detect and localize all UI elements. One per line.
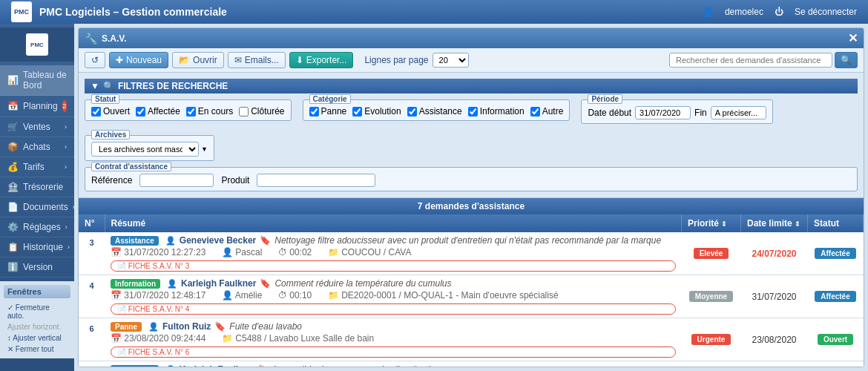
new-button[interactable]: ✚ Nouveau — [109, 52, 168, 68]
table-header-row: N° Résumé Priorité ⇕ Date limite — [79, 214, 864, 232]
close-button[interactable]: ✕ — [848, 31, 858, 45]
ticket-line1: Assistance 👤 Karleigh Faulkner 🔖 Impossi… — [111, 364, 676, 367]
sort-date-icon: ⇕ — [795, 220, 800, 228]
search-button[interactable]: 🔍 — [835, 52, 858, 68]
sav-header: 🔧 S.A.V. ✕ — [79, 28, 864, 48]
sidebar-item-planning[interactable]: 📅 Planning 2 — [0, 96, 74, 117]
sidebar-item-achats[interactable]: 📦 Achats › — [0, 137, 74, 157]
date-debut-input[interactable] — [635, 106, 691, 119]
cat-assistance[interactable]: Assistance — [407, 106, 462, 116]
cat-panne[interactable]: Panne — [309, 106, 347, 116]
filter-categorie-label: Catégorie — [309, 94, 351, 104]
emails-button[interactable]: ✉ Emails... — [228, 52, 286, 68]
results-header: 7 demandes d'assistance — [79, 198, 864, 214]
export-button[interactable]: ⬇ Exporter... — [289, 52, 354, 68]
ticket-description: Nettoyage filtre adoucisseur avec un pro… — [274, 235, 661, 246]
sidebar-item-tableau-de-bord[interactable]: 📊 Tableau de Bord — [0, 65, 74, 96]
col-date-limite[interactable]: Date limite ⇕ — [741, 214, 808, 232]
lines-select[interactable]: 20 50 100 — [433, 53, 469, 68]
filter-statut: Statut Ouvert Affectée En cours Clôturée — [85, 99, 292, 121]
sidebar-item-tarifs[interactable]: 💰 Tarifs › — [0, 157, 74, 177]
ticket-description: Comment réduire la température du cumulu… — [274, 278, 451, 289]
windows-panel-title: Fenêtres — [4, 285, 70, 298]
filter-section: ▼ 🔍 FILTRES DE RECHERCHE Statut Ouvert A… — [79, 73, 864, 198]
table-row[interactable]: 3 Assistance 👤 Genevieve Becker 🔖 Nettoy… — [79, 232, 864, 275]
sidebar-item-documents[interactable]: 📄 Documents › — [0, 197, 74, 217]
table-row[interactable]: 5 Assistance 👤 Karleigh Faulkner 🔖 Impos… — [79, 361, 864, 367]
filter-archives: Archives Les archives sont masquées Affi… — [85, 135, 214, 161]
sav-title-area: 🔧 S.A.V. — [85, 33, 127, 45]
results-table: N° Résumé Priorité ⇕ Date limite — [79, 214, 864, 367]
ticket-info: Assistance 👤 Genevieve Becker 🔖 Nettoyag… — [111, 235, 676, 272]
search-icon: 🔍 — [841, 55, 852, 65]
cell-num: 6 — [79, 318, 105, 361]
col-num[interactable]: N° — [79, 214, 105, 232]
ticket-date: 📅 31/07/2020 12:48:17 — [111, 290, 206, 301]
statut-encours[interactable]: En cours — [186, 106, 233, 116]
historique-icon: 📋 — [7, 242, 19, 252]
planning-icon: 📅 — [7, 101, 19, 111]
planning-badge: 2 — [62, 100, 67, 112]
folder-icon: 📂 — [179, 55, 190, 65]
date-limit: 24/07/2020 — [752, 249, 796, 259]
person-icon: 👤 — [167, 279, 177, 289]
search-input[interactable] — [669, 53, 832, 68]
cell-priority: Moyenne — [682, 275, 741, 318]
sidebar-item-tresorerie[interactable]: 🏦 Trésorerie — [0, 177, 74, 197]
logout-label[interactable]: Se déconnecter — [795, 7, 857, 17]
filter-icon: 🔍 — [103, 81, 114, 91]
archives-dropdown[interactable]: Les archives sont masquées Afficher tout… — [91, 142, 199, 157]
description-sep-icon: 🔖 — [214, 321, 226, 332]
table-row[interactable]: 4 Information 👤 Karleigh Faulkner 🔖 Comm… — [79, 275, 864, 318]
filter-periode: Période Date début Fin — [581, 99, 772, 124]
table-container[interactable]: N° Résumé Priorité ⇕ Date limite — [79, 214, 864, 367]
logo-img: PMC — [26, 33, 48, 56]
windows-item-close-all[interactable]: ✕ Fermer tout — [4, 344, 70, 355]
cat-information[interactable]: Information — [468, 106, 525, 116]
produit-input[interactable] — [257, 174, 375, 187]
sidebar-item-historique[interactable]: 📋 Historique › — [0, 237, 74, 257]
windows-item-adjust-horiz[interactable]: Ajuster horizont. — [4, 321, 70, 332]
statut-ouvert[interactable]: Ouvert — [91, 106, 130, 116]
fiche-link[interactable]: 📄 FICHE S.A.V. N° 6 — [111, 347, 676, 358]
refresh-button[interactable]: ↺ — [85, 52, 105, 68]
date-fin-input[interactable] — [711, 106, 766, 119]
cat-autre[interactable]: Autre — [530, 106, 564, 116]
ticket-description: Impossible de programmer la climatisatio… — [273, 364, 440, 367]
fiche-link[interactable]: 📄 FICHE S.A.V. N° 4 — [111, 303, 676, 315]
username: demoelec — [725, 7, 763, 17]
cell-num: 5 — [79, 361, 105, 367]
date-limit: 23/08/2020 — [752, 335, 796, 345]
filter-archives-label: Archives — [91, 130, 130, 139]
open-button[interactable]: 📂 Ouvrir — [172, 52, 224, 68]
person-icon: 👤 — [165, 236, 176, 246]
filter-header[interactable]: ▼ 🔍 FILTRES DE RECHERCHE — [85, 79, 858, 93]
ticket-info: Panne 👤 Fulton Ruiz 🔖 Fuite d'eau lavabo… — [111, 321, 676, 358]
col-priorite[interactable]: Priorité ⇕ — [682, 214, 741, 232]
sidebar-item-ventes[interactable]: 🛒 Ventes › — [0, 117, 74, 137]
col-resume[interactable]: Résumé — [105, 214, 682, 232]
person-icon: 👤 — [165, 365, 176, 367]
reglages-icon: ⚙️ — [7, 222, 19, 232]
col-statut[interactable]: Statut — [808, 214, 864, 232]
filter-row: Statut Ouvert Affectée En cours Clôturée… — [85, 99, 858, 161]
sidebar: PMC 📊 Tableau de Bord 📅 Planning 2 🛒 Ven… — [0, 24, 74, 371]
statut-affectee[interactable]: Affectée — [136, 106, 180, 116]
reference-input[interactable] — [139, 174, 214, 187]
windows-item-auto-close[interactable]: ✓ Fermeture auto. — [4, 302, 70, 321]
fiche-link[interactable]: 📄 FICHE S.A.V. N° 3 — [111, 260, 676, 272]
filter-statut-label: Statut — [91, 94, 119, 104]
sidebar-item-reglages[interactable]: ⚙️ Réglages › — [0, 217, 74, 237]
table-row[interactable]: 6 Panne 👤 Fulton Ruiz 🔖 Fuite d'eau lava… — [79, 318, 864, 361]
statut-cloturee[interactable]: Clôturée — [239, 106, 284, 116]
header-right: 👤 demoelec ⏻ Se déconnecter — [703, 7, 857, 17]
contract-fields: Référence Produit — [91, 174, 375, 187]
cat-evolution[interactable]: Evolution — [352, 106, 401, 116]
windows-item-adjust-vert[interactable]: ↕ Ajuster vertical — [4, 332, 70, 344]
ticket-tech: 👤 Amélie — [222, 290, 262, 301]
sidebar-item-version[interactable]: ℹ️ Version — [0, 257, 74, 278]
cell-date-limit: 25/08/2020 — [741, 361, 808, 367]
ticket-person-name: Karleigh Faulkner — [180, 364, 254, 367]
filter-contrat: Contrat d'assistance Référence Produit — [85, 167, 858, 191]
priority-badge: Urgente — [691, 334, 731, 345]
